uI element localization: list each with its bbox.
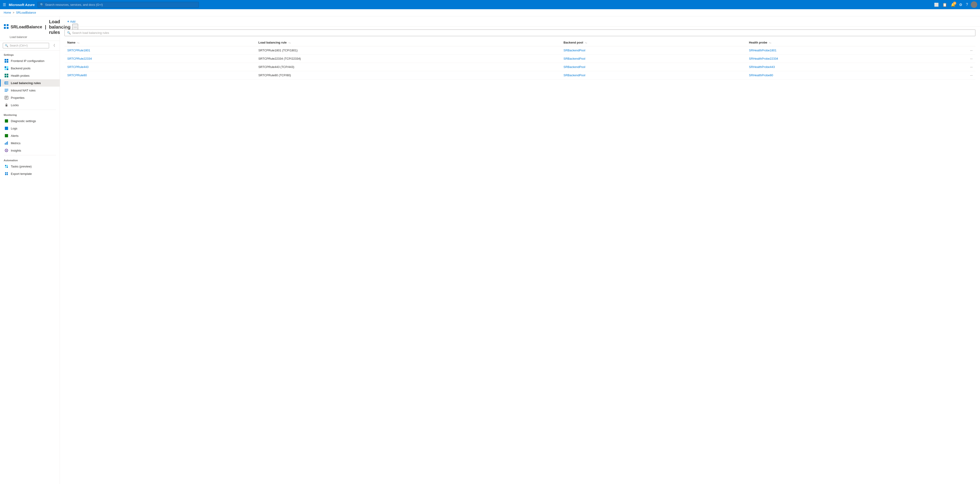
row2-backend-pool[interactable]: SRBackendPool xyxy=(561,54,746,63)
sort-lb-rule-icon[interactable]: ↑↓ xyxy=(288,41,291,44)
svg-rect-20 xyxy=(5,89,8,89)
svg-rect-36 xyxy=(5,165,6,166)
left-search-box[interactable]: 🔍 xyxy=(3,43,49,48)
backend-pools-icon xyxy=(5,66,8,70)
svg-rect-28 xyxy=(5,119,8,123)
global-search[interactable]: 🔍 xyxy=(38,2,199,8)
sidebar-item-logs[interactable]: Logs xyxy=(0,125,60,132)
sidebar-item-insights[interactable]: Insights xyxy=(0,147,60,154)
row1-name[interactable]: SRTCPRule1801 xyxy=(65,46,256,54)
svg-point-35 xyxy=(6,150,7,151)
account-avatar[interactable] xyxy=(971,2,977,8)
sidebar-item-alerts[interactable]: Alerts xyxy=(0,132,60,139)
breadcrumb-home[interactable]: Home xyxy=(4,11,11,14)
row2-health-probe[interactable]: SRHealthProbe22334 xyxy=(746,54,966,63)
monitoring-section-label: Monitoring xyxy=(0,111,60,117)
sidebar-item-tasks-preview[interactable]: Tasks (preview) xyxy=(0,162,60,170)
col-header-lb-rule[interactable]: Load balancing rule ↑↓ xyxy=(256,39,561,46)
svg-rect-2 xyxy=(4,27,6,29)
load-balancing-rules-label: Load balancing rules xyxy=(11,81,41,85)
svg-rect-25 xyxy=(6,98,7,98)
health-probes-icon xyxy=(5,73,8,78)
inbound-nat-rules-label: Inbound NAT rules xyxy=(11,89,35,92)
sidebar-item-load-balancing-rules[interactable]: Load balancing rules xyxy=(0,79,60,87)
feedback-icon[interactable]: 📋 xyxy=(942,2,948,8)
row4-backend-pool[interactable]: SRBackendPool xyxy=(561,71,746,80)
svg-rect-32 xyxy=(6,142,7,145)
divider-monitoring xyxy=(4,110,56,110)
table-row[interactable]: SRTCPRule80 SRTCPRule80 (TCP/80) SRBacke… xyxy=(65,71,975,80)
breadcrumb-resource[interactable]: SRLoadBalance xyxy=(16,11,36,14)
notifications-icon[interactable]: 🔔 4 xyxy=(950,2,956,8)
add-button[interactable]: + Add xyxy=(65,18,78,25)
row4-health-probe[interactable]: SRHealthProbe80 xyxy=(746,71,966,80)
row1-health-probe[interactable]: SRHealthProbe1801 xyxy=(746,46,966,54)
table-search-input[interactable] xyxy=(72,31,973,35)
svg-rect-10 xyxy=(5,68,6,70)
table-search-box[interactable]: 🔍 xyxy=(65,29,975,36)
svg-rect-4 xyxy=(5,59,6,61)
table-row[interactable]: SRTCPRule443 SRTCPRule443 (TCP/443) SRBa… xyxy=(65,63,975,71)
svg-rect-41 xyxy=(7,172,8,174)
table-row[interactable]: SRTCPRule22334 SRTCPRule22334 (TCP/22334… xyxy=(65,54,975,63)
backend-pools-label: Backend pools xyxy=(11,67,30,70)
sidebar-item-inbound-nat-rules[interactable]: Inbound NAT rules xyxy=(0,87,60,94)
content-area: SRLoadBalance | Load balancing rules ···… xyxy=(0,16,980,484)
row4-actions[interactable]: ··· xyxy=(966,71,975,80)
nav-container: Settings Frontend IP configuration Backe… xyxy=(0,51,60,484)
right-panel: + Add 🔍 Name ↑↓ xyxy=(60,16,980,484)
sidebar-item-backend-pools[interactable]: Backend pools xyxy=(0,65,60,72)
collapse-button[interactable]: 《 xyxy=(50,43,57,49)
search-icon: 🔍 xyxy=(40,3,44,6)
table-row[interactable]: SRTCPRule1801 SRTCPRule1801 (TCP/1801) S… xyxy=(65,46,975,54)
navbar: ☰ Microsoft Azure 🔍 ⬜ 📋 🔔 4 ⚙ ? xyxy=(0,0,980,9)
svg-rect-19 xyxy=(5,81,5,84)
sidebar-item-health-probes[interactable]: Health probes xyxy=(0,72,60,79)
resource-title-row: SRLoadBalance | Load balancing rules ··· xyxy=(4,19,56,35)
col-header-name[interactable]: Name ↑↓ xyxy=(65,39,256,46)
svg-rect-8 xyxy=(5,66,6,68)
hamburger-icon[interactable]: ☰ xyxy=(3,3,6,7)
cloud-shell-icon[interactable]: ⬜ xyxy=(933,2,940,8)
alerts-icon xyxy=(5,134,8,138)
row4-name[interactable]: SRTCPRule80 xyxy=(65,71,256,80)
settings-icon[interactable]: ⚙ xyxy=(958,2,963,8)
sort-backend-pool-icon[interactable]: ↑↓ xyxy=(585,41,587,44)
sidebar-item-properties[interactable]: Properties xyxy=(0,94,60,101)
row2-name[interactable]: SRTCPRule22334 xyxy=(65,54,256,63)
row2-lb-rule: SRTCPRule22334 (TCP/22334) xyxy=(256,54,561,63)
svg-rect-37 xyxy=(7,165,8,166)
sidebar-item-locks[interactable]: Locks xyxy=(0,101,60,109)
sort-health-probe-icon[interactable]: ↑↓ xyxy=(769,41,771,44)
locks-icon xyxy=(5,103,8,107)
svg-rect-16 xyxy=(5,81,8,82)
resource-icon xyxy=(4,24,9,30)
left-search-icon: 🔍 xyxy=(5,44,8,47)
svg-rect-15 xyxy=(7,76,8,77)
row3-backend-pool[interactable]: SRBackendPool xyxy=(561,63,746,71)
frontend-ip-label: Frontend IP configuration xyxy=(11,59,45,63)
col-header-health-probe[interactable]: Health probe ↑↓ xyxy=(746,39,966,46)
row1-backend-pool[interactable]: SRBackendPool xyxy=(561,46,746,54)
global-search-input[interactable] xyxy=(45,3,196,6)
sort-name-icon[interactable]: ↑↓ xyxy=(77,41,80,44)
alerts-label: Alerts xyxy=(11,134,18,137)
svg-rect-12 xyxy=(5,74,6,75)
row2-actions[interactable]: ··· xyxy=(966,54,975,63)
frontend-ip-icon xyxy=(5,59,8,63)
sidebar-item-export-template[interactable]: Export template xyxy=(0,170,60,177)
load-balancing-rules-table: Name ↑↓ Load balancing rule ↑↓ Backend p… xyxy=(65,39,975,80)
row3-name[interactable]: SRTCPRule443 xyxy=(65,63,256,71)
left-search-input[interactable] xyxy=(10,44,47,47)
col-header-backend-pool[interactable]: Backend pool ↑↓ xyxy=(561,39,746,46)
sidebar-item-frontend-ip[interactable]: Frontend IP configuration xyxy=(0,57,60,65)
row3-health-probe[interactable]: SRHealthProbe443 xyxy=(746,63,966,71)
svg-rect-17 xyxy=(5,83,8,83)
row1-actions[interactable]: ··· xyxy=(966,46,975,54)
sidebar-item-diagnostic-settings[interactable]: Diagnostic settings xyxy=(0,117,60,125)
svg-rect-14 xyxy=(5,76,6,77)
sidebar-item-metrics[interactable]: Metrics xyxy=(0,139,60,147)
help-icon[interactable]: ? xyxy=(965,2,969,8)
row3-actions[interactable]: ··· xyxy=(966,63,975,71)
left-search-area: 🔍 《 xyxy=(0,41,60,51)
